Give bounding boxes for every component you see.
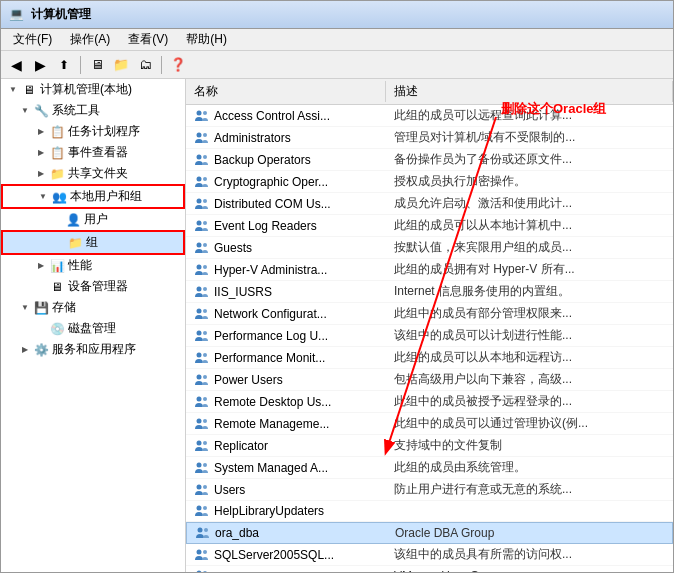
svg-point-37 [203,506,207,510]
shared-expand-icon [33,166,49,182]
list-item[interactable]: Power Users包括高级用户以向下兼容，高级... [186,369,673,391]
perf-expand-icon [33,258,49,274]
list-item[interactable]: Backup Operators备份操作员为了备份或还原文件... [186,149,673,171]
toolbar-sep-2 [161,56,162,74]
svg-point-8 [197,198,202,203]
list-item[interactable]: Remote Desktop Us...此组中的成员被授予远程登录的... [186,391,673,413]
list-item[interactable]: Performance Monit...此组的成员可以从本地和远程访... [186,347,673,369]
list-item[interactable]: System Managed A...此组的成员由系统管理。 [186,457,673,479]
folder-button[interactable]: 📁 [110,54,132,76]
list-item[interactable]: _vmware_VMware User Group [186,566,673,572]
col-header-name[interactable]: 名称 [186,81,386,102]
root-label: 计算机管理(本地) [40,81,132,98]
sidebar-task-scheduler[interactable]: 📋 任务计划程序 [1,121,185,142]
list-item[interactable]: Hyper-V Administra...此组的成员拥有对 Hyper-V 所有… [186,259,673,281]
local-expand-icon [35,189,51,205]
cell-name-text: Distributed COM Us... [214,197,331,211]
cell-name-text: Backup Operators [214,153,311,167]
list-item[interactable]: Network Configurat...此组中的成员有部分管理权限来... [186,303,673,325]
list-item[interactable]: Administrators管理员对计算机/域有不受限制的... [186,127,673,149]
sidebar-shared[interactable]: 📁 共享文件夹 [1,163,185,184]
cell-desc-text: 此组中的成员有部分管理权限来... [386,304,673,323]
list-item[interactable]: Users防止用户进行有意或无意的系统... [186,479,673,501]
svg-point-25 [203,375,207,379]
content-list: Access Control Assi...此组的成员可以远程查询此计算... … [186,105,673,572]
cell-name: Access Control Assi... [186,107,386,125]
sidebar-services[interactable]: ⚙️ 服务和应用程序 [1,339,185,360]
svg-point-32 [197,462,202,467]
menu-help[interactable]: 帮助(H) [178,29,235,50]
sidebar-sys-tools[interactable]: 🔧 系统工具 [1,100,185,121]
sidebar-event-viewer[interactable]: 📋 事件查看器 [1,142,185,163]
cell-name: Performance Monit... [186,349,386,367]
svg-point-12 [197,242,202,247]
list-item[interactable]: HelpLibraryUpdaters [186,501,673,522]
content-area: 名称 描述 Access Control Assi...此组的成员可以远程查询此… [186,79,673,572]
cell-desc-text: 授权成员执行加密操作。 [386,172,673,191]
groups-label: 组 [86,234,98,251]
forward-button[interactable]: ▶ [29,54,51,76]
cell-name: Network Configurat... [186,305,386,323]
list-item[interactable]: IIS_IUSRSInternet 信息服务使用的内置组。 [186,281,673,303]
svg-point-20 [197,330,202,335]
svg-point-15 [203,265,207,269]
cell-name: Backup Operators [186,151,386,169]
cell-name: ora_dba [187,524,387,542]
svc-label: 服务和应用程序 [52,341,136,358]
up-button[interactable]: ⬆ [53,54,75,76]
svg-point-4 [197,154,202,159]
cell-desc-text: 包括高级用户以向下兼容，高级... [386,370,673,389]
menu-view[interactable]: 查看(V) [120,29,176,50]
cell-desc-text: 此组的成员拥有对 Hyper-V 所有... [386,260,673,279]
sidebar-disk-mgmt[interactable]: 💿 磁盘管理 [1,318,185,339]
shared-label: 共享文件夹 [68,165,128,182]
back-button[interactable]: ◀ [5,54,27,76]
svg-point-36 [197,506,202,511]
list-item[interactable]: Cryptographic Oper...授权成员执行加密操作。 [186,171,673,193]
svg-point-11 [203,221,207,225]
col-header-desc[interactable]: 描述 [386,81,673,102]
list-item[interactable]: Access Control Assi...此组的成员可以远程查询此计算... [186,105,673,127]
cell-name: Hyper-V Administra... [186,261,386,279]
cell-name: IIS_IUSRS [186,283,386,301]
cell-name: Distributed COM Us... [186,195,386,213]
svg-point-24 [197,374,202,379]
menu-file[interactable]: 文件(F) [5,29,60,50]
menu-action[interactable]: 操作(A) [62,29,118,50]
sidebar-root[interactable]: 🖥 计算机管理(本地) [1,79,185,100]
view-button[interactable]: 🗂 [134,54,156,76]
cell-name-text: Power Users [214,373,283,387]
help-button[interactable]: ❓ [167,54,189,76]
list-item[interactable]: ora_dbaOracle DBA Group [186,522,673,544]
svg-point-10 [197,220,202,225]
svg-point-31 [203,441,207,445]
list-item[interactable]: Replicator支持域中的文件复制 [186,435,673,457]
sidebar-performance[interactable]: 📊 性能 [1,255,185,276]
sidebar-device-mgr[interactable]: 🖥 设备管理器 [1,276,185,297]
list-item[interactable]: Performance Log U...该组中的成员可以计划进行性能... [186,325,673,347]
sidebar-groups[interactable]: 📁 组 [1,230,185,255]
cell-name-text: Performance Monit... [214,351,325,365]
sys-tools-icon: 🔧 [33,103,49,119]
sidebar-storage[interactable]: 💾 存储 [1,297,185,318]
list-item[interactable]: SQLServer2005SQL...该组中的成员具有所需的访问权... [186,544,673,566]
list-item[interactable]: Event Log Readers此组的成员可以从本地计算机中... [186,215,673,237]
task-expand-icon [33,124,49,140]
svg-point-35 [203,485,207,489]
list-item[interactable]: Guests按默认值，来宾限用户组的成员... [186,237,673,259]
sidebar-users[interactable]: 👤 用户 [1,209,185,230]
list-item[interactable]: Remote Manageme...此组中的成员可以通过管理协议(例... [186,413,673,435]
list-item[interactable]: Distributed COM Us...成员允许启动、激活和使用此计... [186,193,673,215]
perf-label: 性能 [68,257,92,274]
svg-point-0 [197,110,202,115]
groups-icon: 📁 [67,235,83,251]
svg-point-23 [203,353,207,357]
storage-expand-icon [17,300,33,316]
computer-button[interactable]: 🖥 [86,54,108,76]
svg-point-33 [203,463,207,467]
cell-name: System Managed A... [186,459,386,477]
cell-name: Replicator [186,437,386,455]
sidebar: 🖥 计算机管理(本地) 🔧 系统工具 📋 任务计划程序 📋 事件查看器 [1,79,186,572]
sidebar-local-users[interactable]: 👥 本地用户和组 [1,184,185,209]
svg-point-9 [203,199,207,203]
